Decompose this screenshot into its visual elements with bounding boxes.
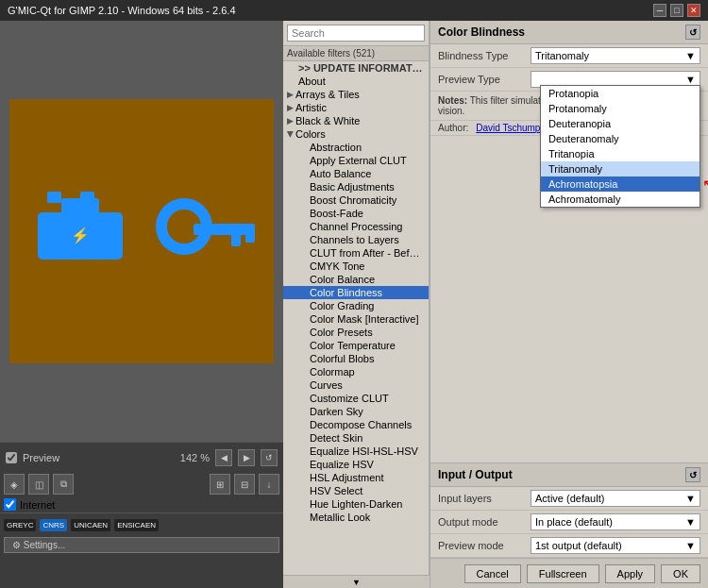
- filter-item-color-balance[interactable]: Color Balance: [283, 273, 429, 286]
- filter-item-color-blindness[interactable]: Color Blindness: [283, 286, 429, 299]
- filter-item-darken-sky[interactable]: Darken Sky: [283, 405, 429, 418]
- input-layers-value: Active (default): [535, 493, 604, 504]
- dropdown-option-deuteranopia[interactable]: Deuteranopia: [541, 116, 700, 131]
- apply-button[interactable]: Apply: [605, 564, 656, 583]
- svg-text:⚡: ⚡: [71, 227, 90, 244]
- zoom-out-button[interactable]: ◀: [215, 449, 232, 466]
- tool-btn-1[interactable]: ◈: [4, 474, 25, 495]
- filter-count: Available filters (521): [283, 46, 429, 61]
- internet-checkbox[interactable]: [4, 498, 16, 511]
- filter-item-customize-clut[interactable]: Customize CLUT: [283, 392, 429, 405]
- filter-item-about[interactable]: About: [283, 75, 429, 88]
- logo-ensicaen: ENSICAEN: [114, 519, 159, 531]
- tool-btn-3[interactable]: ⧉: [53, 474, 74, 495]
- tree-arrow-icon: ▶: [287, 103, 294, 112]
- filter-item-equalize-hsi-hsl-hsv[interactable]: Equalize HSI-HSL-HSV: [283, 445, 429, 458]
- filter-group-colors[interactable]: ▶Colors: [283, 127, 429, 141]
- key-icon: [156, 198, 255, 255]
- preview-label: Preview: [23, 452, 59, 463]
- blindness-dropdown-popup: ProtanopiaProtanomalyDeuteranopiaDeutera…: [540, 85, 700, 208]
- preview-mode-dropdown[interactable]: 1st output (default) ▼: [531, 537, 700, 554]
- filter-item-clut-from-after---before-la-[interactable]: CLUT from After - Before La...: [283, 246, 429, 260]
- preview-controls: Preview 142 % ◀ ▶ ↺: [0, 442, 283, 472]
- filter-item->>-update-information[interactable]: >> UPDATE INFORMATION: [283, 61, 429, 75]
- input-layers-dropdown-wrapper: Active (default) ▼: [531, 490, 700, 507]
- logo-unicaen: UNICAEN: [71, 519, 110, 531]
- input-layers-dropdown[interactable]: Active (default) ▼: [531, 490, 700, 507]
- tool-btn-2[interactable]: ◫: [28, 474, 49, 495]
- filter-group-black-&-white[interactable]: ▶Black & White: [283, 114, 429, 127]
- filter-item-decompose-channels[interactable]: Decompose Channels: [283, 418, 429, 431]
- close-button[interactable]: ✕: [687, 4, 700, 17]
- filter-item-apply-external-clut[interactable]: Apply External CLUT: [283, 154, 429, 167]
- tree-group-label: Artistic: [295, 102, 327, 113]
- filter-item-auto-balance[interactable]: Auto Balance: [283, 167, 429, 180]
- io-refresh-button[interactable]: ↺: [685, 467, 700, 482]
- filter-item-channels-to-layers[interactable]: Channels to Layers: [283, 233, 429, 246]
- zoom-in-button[interactable]: ▶: [238, 449, 255, 466]
- filter-item-hsv-select[interactable]: HSV Select: [283, 484, 429, 497]
- filter-item-boost-fade[interactable]: Boost-Fade: [283, 207, 429, 220]
- blindness-type-dropdown[interactable]: Tritanomaly ▼: [531, 47, 700, 64]
- internet-label: Internet: [20, 499, 55, 511]
- tree-group-label: Arrays & Tiles: [295, 89, 360, 100]
- dropdown-option-protanomaly[interactable]: Protanomaly: [541, 101, 700, 116]
- tool-btn-5[interactable]: ⊟: [234, 474, 255, 495]
- dropdown-option-tritanomaly[interactable]: Tritanomaly: [541, 161, 700, 176]
- filter-item-color-mask-interactive-[interactable]: Color Mask [Interactive]: [283, 312, 429, 326]
- left-bottom: GREYC CNRS UNICAEN ENSICAEN ⚙ Settings..…: [0, 512, 283, 588]
- dropdown-option-achromatopsia[interactable]: Achromatopsia↖: [541, 176, 700, 192]
- blindness-type-dropdown-wrapper: Tritanomaly ▼: [531, 47, 700, 64]
- zoom-reset-button[interactable]: ↺: [261, 449, 278, 466]
- filter-item-color-temperature[interactable]: Color Temperature: [283, 339, 429, 352]
- ok-button[interactable]: OK: [661, 564, 700, 583]
- dropdown-option-deuteranomaly[interactable]: Deuteranomaly: [541, 131, 700, 146]
- tool-btn-6[interactable]: ↓: [259, 474, 279, 495]
- preview-image: ⚡: [28, 146, 255, 316]
- preview-checkbox[interactable]: [6, 452, 17, 463]
- filter-item-curves[interactable]: Curves: [283, 378, 429, 392]
- cancel-button[interactable]: Cancel: [464, 564, 521, 583]
- filter-item-color-presets[interactable]: Color Presets: [283, 326, 429, 339]
- plugin-title: Color Blindness: [438, 25, 525, 39]
- filter-item-channel-processing[interactable]: Channel Processing: [283, 220, 429, 233]
- fullscreen-button[interactable]: Fullscreen: [527, 564, 599, 583]
- minimize-button[interactable]: ─: [653, 4, 666, 17]
- filter-item-hue-lighten-darken[interactable]: Hue Lighten-Darken: [283, 497, 429, 511]
- svg-rect-2: [47, 192, 61, 203]
- filter-item-hsl-adjustment[interactable]: HSL Adjustment: [283, 471, 429, 484]
- tree-arrow-icon: ▶: [287, 116, 294, 126]
- filter-item-metallic-look[interactable]: Metallic Look: [283, 511, 429, 524]
- filter-item-colormap[interactable]: Colormap: [283, 365, 429, 378]
- scroll-down-arrow[interactable]: ▼: [283, 575, 430, 588]
- filter-group-artistic[interactable]: ▶Artistic: [283, 101, 429, 114]
- dropdown-option-protanopia[interactable]: Protanopia: [541, 86, 700, 101]
- dropdown-option-achromatomaly[interactable]: Achromatomaly: [541, 192, 700, 207]
- tree-group-label: Colors: [295, 128, 326, 140]
- output-mode-dropdown[interactable]: In place (default) ▼: [531, 513, 700, 530]
- filter-item-cmyk-tone[interactable]: CMYK Tone: [283, 260, 429, 273]
- filter-item-boost-chromaticity[interactable]: Boost Chromaticity: [283, 193, 429, 207]
- dropdown-option-tritanopia[interactable]: Tritanopia: [541, 146, 700, 161]
- filter-item-colorful-blobs[interactable]: Colorful Blobs: [283, 352, 429, 365]
- filter-item-equalize-hsv[interactable]: Equalize HSV: [283, 458, 429, 471]
- right-panel: Available filters (521) >> UPDATE INFORM…: [283, 21, 708, 588]
- filter-group-arrays-&-tiles[interactable]: ▶Arrays & Tiles: [283, 88, 429, 101]
- preview-mode-value: 1st output (default): [535, 540, 622, 551]
- filter-item-basic-adjustments[interactable]: Basic Adjustments: [283, 180, 429, 193]
- filter-item-color-grading[interactable]: Color Grading: [283, 299, 429, 312]
- app-content: ⚡ Preview 142 % ◀ ▶: [0, 21, 708, 588]
- title-bar: G'MIC-Qt for GIMP 2.10 - Windows 64 bits…: [0, 0, 708, 21]
- tool-btn-4[interactable]: ⊞: [210, 474, 230, 495]
- output-mode-dropdown-wrapper: In place (default) ▼: [531, 513, 700, 530]
- settings-button[interactable]: ⚙ Settings...: [4, 537, 279, 553]
- tree-arrow-icon: ▶: [287, 90, 294, 99]
- output-mode-value: In place (default): [535, 516, 613, 528]
- plugin-refresh-button[interactable]: ↺: [685, 25, 700, 40]
- maximize-button[interactable]: □: [670, 4, 683, 17]
- filter-item-abstraction[interactable]: Abstraction: [283, 141, 429, 154]
- svg-rect-10: [245, 231, 255, 243]
- search-input[interactable]: [287, 25, 425, 42]
- filter-item-detect-skin[interactable]: Detect Skin: [283, 431, 429, 445]
- filter-tree[interactable]: >> UPDATE INFORMATIONAbout▶Arrays & Tile…: [283, 61, 429, 575]
